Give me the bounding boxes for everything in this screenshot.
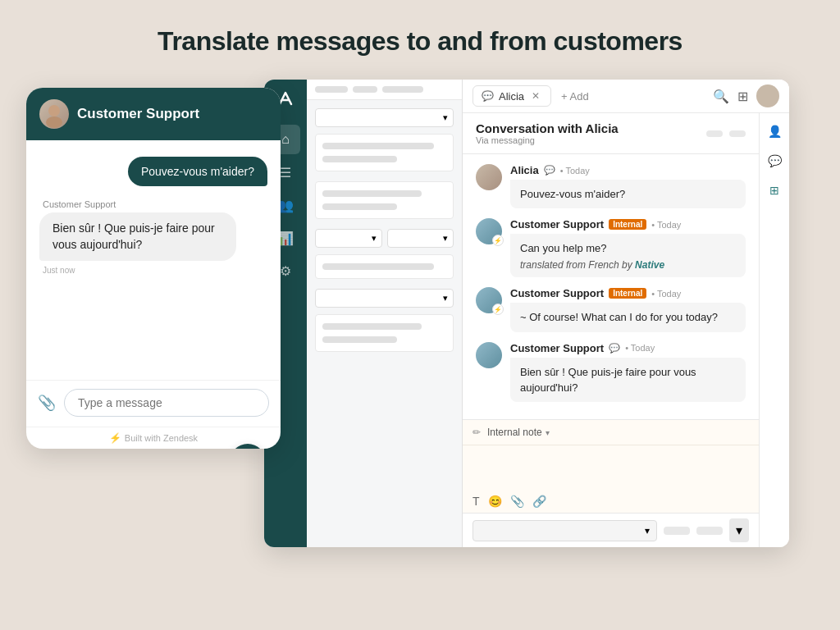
message-text: Bien sûr ! Que puis-je faire pour vous a… xyxy=(520,366,696,394)
tab-placeholder-3 xyxy=(382,86,423,93)
message-row: Alicia 💬 • Today Pouvez-vous m'aider? xyxy=(476,164,746,208)
filter-row xyxy=(315,108,454,127)
list-item[interactable] xyxy=(315,254,454,279)
tab-placeholder-1 xyxy=(315,86,348,93)
filter-row-2 xyxy=(315,229,454,248)
main-panel: 💬 Alicia ✕ + Add 🔍 ⊞ Conversatio xyxy=(463,80,789,547)
agent-message-wrapper: Customer Support Bien sûr ! Que puis-je … xyxy=(39,199,267,275)
user-profile-button[interactable]: 👤 xyxy=(763,120,786,143)
chevron-down-icon xyxy=(372,233,377,244)
list-bar xyxy=(322,143,434,149)
message-time: • Today xyxy=(651,220,681,230)
chevron-down-icon: ▾ xyxy=(546,428,550,437)
bottom-status-select[interactable] xyxy=(472,520,657,541)
emoji-icon[interactable]: 😊 xyxy=(488,495,502,508)
middle-panel xyxy=(307,80,463,547)
app-header: 💬 Alicia ✕ + Add 🔍 ⊞ xyxy=(463,80,789,113)
avatar-image xyxy=(476,342,502,368)
note-label-text: Internal note xyxy=(487,427,542,438)
message-avatar xyxy=(476,342,502,368)
filter-select-2[interactable] xyxy=(315,229,382,248)
message-row: ⚡ Customer Support Internal • Today Can … xyxy=(476,218,746,277)
agent-message-bubble: Bien sûr ! Que puis-je faire pour vous a… xyxy=(39,212,236,261)
conversation-title: Conversation with Alicia xyxy=(476,121,619,135)
desktop-mockup: ⌂ ☰ 👥 📊 ⚙ xyxy=(264,80,789,547)
avatar xyxy=(39,99,69,129)
chat-icon: 💬 xyxy=(482,90,494,102)
svg-point-0 xyxy=(48,105,60,116)
chevron-down-icon xyxy=(443,112,448,123)
avatar-badge: ⚡ xyxy=(492,304,504,315)
filter-select-3[interactable] xyxy=(387,229,454,248)
bottom-action-btn-2[interactable] xyxy=(696,527,723,535)
tab-close-button[interactable]: ✕ xyxy=(529,89,542,103)
search-button[interactable]: 🔍 xyxy=(713,89,729,104)
link-icon[interactable]: 🔗 xyxy=(532,495,546,508)
filter-select-4[interactable] xyxy=(315,289,454,308)
message-time: • Today xyxy=(625,343,655,353)
message-author: Customer Support xyxy=(510,218,604,231)
message-author: Alicia xyxy=(510,164,539,176)
message-author: Customer Support xyxy=(510,287,604,299)
reply-toolbar: ✏ Internal note ▾ xyxy=(463,420,759,445)
bottom-dropdown[interactable] xyxy=(729,518,749,542)
phone-mockup: Customer Support Pouvez-vous m'aider? Cu… xyxy=(26,88,281,449)
list-item[interactable] xyxy=(315,181,454,219)
message-row: ⚡ Customer Support Internal • Today ~ Of… xyxy=(476,287,746,331)
internal-badge: Internal xyxy=(609,219,646,230)
conversation-header-actions xyxy=(706,130,746,137)
message-input[interactable] xyxy=(64,389,269,417)
header-action-btn-2[interactable] xyxy=(729,130,746,137)
user-avatar xyxy=(756,84,779,107)
message-avatar: ⚡ xyxy=(476,218,502,244)
header-action-btn-1[interactable] xyxy=(706,130,723,137)
apps-button[interactable]: ⊞ xyxy=(763,179,786,202)
edit-icon: ✏ xyxy=(472,427,481,438)
attach-icon[interactable]: 📎 xyxy=(510,495,524,508)
phone-input-area: 📎 xyxy=(26,380,281,427)
message-time: • Today xyxy=(560,166,590,176)
message-avatar xyxy=(476,164,502,190)
grid-button[interactable]: ⊞ xyxy=(737,89,748,104)
message-author: Customer Support xyxy=(510,342,604,354)
message-bubble: ~ Of course! What can I do for you today… xyxy=(510,303,746,331)
conversation-subtitle: Via messaging xyxy=(476,135,619,145)
right-icons-panel: 👤 💬 ⊞ xyxy=(759,113,789,547)
message-text: Pouvez-vous m'aider? xyxy=(520,188,625,200)
message-content: Customer Support 💬 • Today Bien sûr ! Qu… xyxy=(510,342,746,402)
conversation-tab[interactable]: 💬 Alicia ✕ xyxy=(472,85,551,107)
filter-select[interactable] xyxy=(315,108,454,127)
message-row: Customer Support 💬 • Today Bien sûr ! Qu… xyxy=(476,342,746,402)
translated-text: translated from French by Native xyxy=(520,259,736,271)
list-bar xyxy=(322,190,422,197)
avatar-badge: ⚡ xyxy=(492,235,504,246)
message-bubble: Bien sûr ! Que puis-je faire pour vous a… xyxy=(510,358,746,402)
chevron-down-icon xyxy=(736,523,742,538)
filter-row-3 xyxy=(315,289,454,308)
avatar-image xyxy=(39,99,69,129)
format-icon[interactable]: T xyxy=(472,495,480,508)
tab-name: Alicia xyxy=(499,90,524,103)
list-bar xyxy=(322,323,422,330)
native-link[interactable]: Native xyxy=(635,259,664,271)
list-bar xyxy=(322,156,397,162)
phone-header-name: Customer Support xyxy=(77,106,199,122)
reply-input[interactable] xyxy=(463,445,759,486)
reply-area: ✏ Internal note ▾ T 😊 📎 🔗 xyxy=(463,419,759,513)
phone-chat-area: Pouvez-vous m'aider? Customer Support Bi… xyxy=(26,140,281,380)
zendesk-logo: ⚡ xyxy=(109,432,121,444)
attach-icon[interactable]: 📎 xyxy=(38,394,56,412)
chevron-down-icon xyxy=(443,293,448,304)
list-bar xyxy=(322,263,434,270)
chevron-down-icon xyxy=(645,525,650,536)
list-bar xyxy=(322,203,397,210)
conversation-button[interactable]: 💬 xyxy=(763,149,786,172)
list-item[interactable] xyxy=(315,134,454,171)
middle-content xyxy=(307,100,462,363)
add-tab-button[interactable]: + Add xyxy=(561,90,589,103)
bottom-action-btn-1[interactable] xyxy=(664,527,690,535)
header-actions: 🔍 ⊞ xyxy=(713,84,779,107)
conversation-header: Conversation with Alicia Via messaging xyxy=(463,113,759,154)
reply-actions: T 😊 📎 🔗 xyxy=(463,490,759,513)
list-item[interactable] xyxy=(315,314,454,352)
